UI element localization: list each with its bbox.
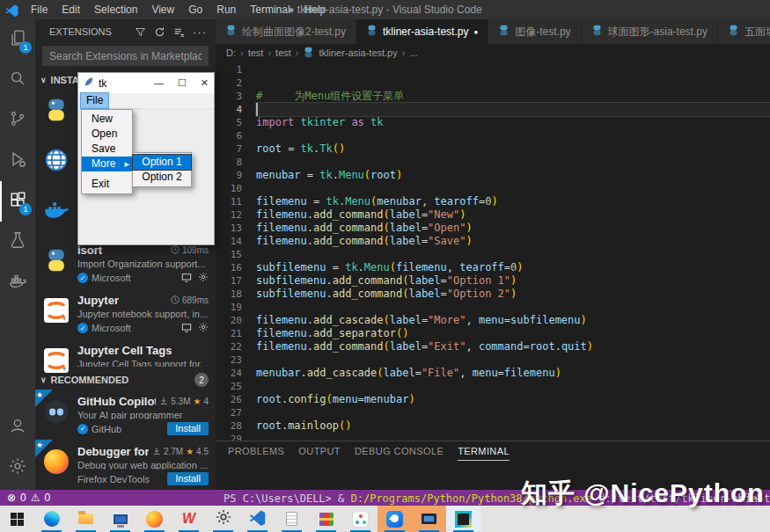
breadcrumb-item[interactable]: test — [248, 47, 264, 58]
menu-go[interactable]: Go — [181, 4, 209, 16]
code-token: subfilemenu — [256, 261, 333, 274]
encoding-indicator[interactable]: UTF-8 — [733, 492, 763, 504]
breadcrumb-item[interactable]: test — [275, 47, 291, 58]
tk-window[interactable]: tk — ☐ ✕ File NewOpenSaveMore▶Exit Optio… — [77, 72, 215, 245]
activity-explorer[interactable]: 1 — [0, 19, 35, 60]
taskbar-firefox[interactable] — [137, 506, 172, 532]
code-token: menubar — [256, 169, 307, 182]
code-line: 25 — [216, 380, 770, 393]
panel-tab-output[interactable]: OUTPUT — [298, 441, 341, 461]
tk-submenu-item-option-2[interactable]: Option 2 — [133, 170, 191, 185]
activity-account[interactable] — [0, 407, 35, 448]
breadcrumb-tail[interactable]: ... — [409, 47, 417, 58]
editor-tab[interactable]: 绘制曲面图像2-test.py — [216, 19, 356, 44]
activity-extensions[interactable]: 1 — [0, 181, 35, 222]
maximize-icon[interactable]: ☐ — [178, 78, 187, 88]
tk-menu-item-save[interactable]: Save — [82, 142, 132, 157]
taskbar-edge[interactable] — [34, 506, 69, 532]
extension-description: Import Organization support... — [77, 259, 209, 269]
taskbar-app-blue[interactable] — [378, 506, 412, 532]
code-line: 2 — [216, 77, 770, 90]
settings-icon — [8, 456, 27, 479]
screen-icon[interactable] — [181, 323, 192, 334]
tk-file-menu[interactable]: File — [80, 92, 109, 109]
minimize-icon[interactable]: — — [154, 78, 164, 88]
activity-run-debug[interactable] — [0, 141, 35, 181]
editor-group: 绘制曲面图像2-test.pytkliner-asia-test.py●图像-t… — [216, 19, 770, 490]
gear-icon[interactable] — [198, 272, 209, 284]
editor-tab[interactable]: 五面墙3D图形.py — [718, 19, 770, 44]
code-line: 6 — [216, 129, 770, 142]
screen-icon[interactable] — [181, 273, 192, 284]
code-token: = — [504, 314, 510, 327]
close-icon[interactable]: ✕ — [201, 78, 209, 88]
taskbar-sunlogin[interactable] — [343, 506, 378, 532]
activity-search[interactable] — [0, 60, 35, 100]
taskbar-screen-recorder[interactable] — [412, 506, 446, 532]
more-actions-icon[interactable]: ··· — [193, 26, 207, 39]
tk-menu-item-new[interactable]: New — [82, 112, 132, 127]
install-button[interactable]: Install — [167, 472, 209, 485]
code-token: = — [313, 195, 326, 208]
gear-icon[interactable] — [198, 322, 209, 334]
taskbar-notepad[interactable] — [275, 506, 309, 532]
activity-testing[interactable] — [0, 222, 35, 262]
taskbar-file-explorer[interactable] — [69, 506, 103, 532]
taskbar-settings[interactable] — [206, 506, 240, 532]
code-token: add_command — [333, 288, 402, 301]
activity-badge: 1 — [19, 203, 32, 215]
tk-title-bar[interactable]: tk — ☐ ✕ — [78, 73, 214, 93]
refresh-icon[interactable] — [154, 26, 165, 38]
extension-item[interactable]: Jupyter Cell TagsJupyter Cell Tags suppo… — [35, 339, 216, 371]
panel-tab-problems[interactable]: PROBLEMS — [228, 441, 284, 461]
activity-source-control[interactable] — [0, 100, 35, 141]
editor-tab[interactable]: tkliner-asia-test.py● — [356, 19, 488, 44]
code-token: tk — [345, 261, 357, 274]
activity-settings[interactable] — [0, 448, 35, 488]
extension-meta: 5.3M★4 — [156, 397, 209, 407]
panel-tab-terminal[interactable]: TERMINAL — [458, 441, 510, 461]
menu-file[interactable]: File — [24, 4, 55, 16]
tab-label: 球面图形-asia-test.py — [608, 25, 708, 40]
install-button[interactable]: Install — [167, 422, 209, 435]
line-number: 13 — [216, 222, 242, 235]
line-number: 4 — [216, 103, 242, 116]
tk-submenu-item-option-1[interactable]: Option 1 — [133, 155, 191, 170]
taskbar-start[interactable] — [0, 506, 34, 532]
code-token: ( — [384, 314, 390, 327]
filter-icon[interactable] — [135, 26, 146, 38]
tk-menu-item-exit[interactable]: Exit — [82, 177, 132, 192]
taskbar-vscode[interactable] — [240, 506, 275, 532]
code-token: filemenu — [256, 314, 307, 327]
app-blue-icon — [386, 511, 403, 528]
extension-item[interactable]: Jupyter689msJupyter notebook support, in… — [35, 288, 216, 339]
extension-item[interactable]: ★Debugger for...2.7M★4.5Debug your web a… — [35, 440, 216, 490]
search-input[interactable] — [42, 46, 209, 66]
menu-selection[interactable]: Selection — [87, 4, 144, 16]
taskbar-pycharm[interactable] — [446, 506, 480, 532]
tk-menu-item-open[interactable]: Open — [82, 127, 132, 142]
docker-extension-icon — [41, 195, 70, 224]
editor-tab[interactable]: 图像-test.py — [488, 19, 581, 44]
taskbar-this-pc[interactable] — [103, 506, 137, 532]
problems-status[interactable]: ⊗ 0 ⚠ 0 — [7, 492, 50, 504]
extension-meta: 109ms — [167, 245, 209, 256]
taskbar-winrar[interactable] — [309, 506, 343, 532]
extension-item[interactable]: ★GitHub Copilot5.3M★4Your AI pair progra… — [35, 390, 216, 440]
taskbar-wps[interactable]: W — [172, 506, 206, 532]
menu-run[interactable]: Run — [209, 4, 243, 16]
menu-view[interactable]: View — [144, 4, 181, 16]
editor-tab[interactable]: 球面图形-asia-test.py — [582, 19, 718, 44]
vscode-icon — [249, 509, 266, 529]
tk-menu-item-more[interactable]: More▶ — [82, 157, 132, 171]
breadcrumb-item[interactable]: D: — [226, 47, 236, 58]
panel-tab-debug-console[interactable]: DEBUG CONSOLE — [355, 441, 444, 461]
activity-docker[interactable] — [0, 262, 35, 302]
code-token: menu — [333, 393, 358, 406]
extension-item[interactable]: isort109msImport Organization support...… — [35, 238, 216, 288]
breadcrumb-file[interactable]: tkliner-asia-test.py — [319, 47, 397, 58]
clear-search-icon[interactable] — [173, 26, 185, 38]
code-token: . — [282, 419, 288, 433]
menu-edit[interactable]: Edit — [55, 4, 87, 16]
code-editor[interactable]: 123# 为Menu组件设置子菜单45import tkinter as tk6… — [216, 62, 770, 441]
